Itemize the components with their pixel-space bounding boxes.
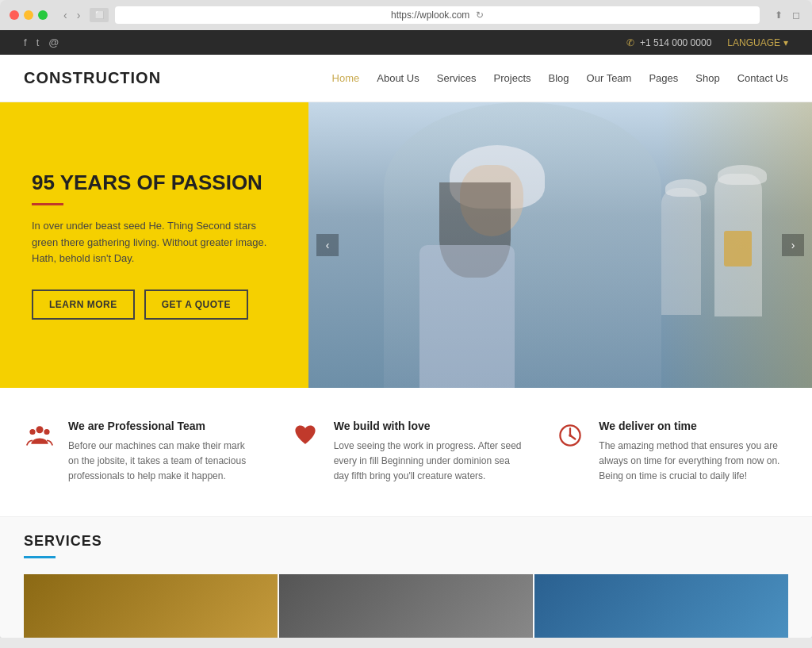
hero-description: In over under beast seed He. Thing Secon… — [32, 218, 277, 267]
top-bar: f t @ ✆ +1 514 000 0000 LANGUAGE ▾ — [0, 30, 812, 55]
language-button[interactable]: LANGUAGE ▾ — [727, 37, 788, 48]
nav-team[interactable]: Our Team — [587, 72, 632, 84]
hero-title: 95 YEARS OF PASSION — [32, 171, 277, 195]
minimize-dot[interactable] — [24, 10, 33, 20]
twitter-icon[interactable]: t — [36, 36, 40, 48]
slider-next-button[interactable]: › — [782, 234, 804, 256]
feature-time: We deliver on time The amazing method th… — [554, 420, 788, 485]
hero-image: ‹ › — [308, 102, 812, 388]
clock-icon — [554, 420, 586, 451]
learn-more-button[interactable]: LEARN MORE — [32, 289, 135, 320]
feature-love: We build with love Love seeing the work … — [289, 420, 523, 485]
phone-icon: ✆ — [626, 37, 634, 48]
service-card-3-bg — [534, 574, 788, 638]
hero-buttons: LEARN MORE GET A QUOTE — [32, 289, 277, 320]
facebook-icon[interactable]: f — [24, 36, 27, 48]
url-text: https://wplook.com — [391, 10, 469, 21]
features-section: We are Professional Team Before our mach… — [0, 388, 812, 516]
nav-about[interactable]: About Us — [377, 72, 419, 84]
main-navigation: Home About Us Services Projects Blog Our… — [332, 72, 788, 84]
service-card-1-bg — [24, 574, 278, 638]
feature-love-title: We build with love — [334, 420, 523, 432]
team-icon — [24, 420, 56, 451]
forward-button[interactable]: › — [74, 9, 84, 21]
phone-number: ✆ +1 514 000 0000 — [626, 37, 712, 48]
feature-team-text: Before our machines can make their mark … — [68, 439, 258, 485]
feature-time-content: We deliver on time The amazing method th… — [599, 420, 788, 485]
new-tab-button[interactable]: ◻ — [790, 10, 802, 21]
services-section: SERVICES — [0, 516, 812, 638]
maximize-dot[interactable] — [38, 10, 48, 20]
tab-icon: ⬜ — [90, 8, 109, 22]
refresh-icon[interactable]: ↻ — [476, 10, 484, 21]
back-button[interactable]: ‹ — [60, 9, 71, 21]
nav-home[interactable]: Home — [332, 72, 360, 84]
feature-love-content: We build with love Love seeing the work … — [334, 420, 523, 485]
nav-projects[interactable]: Projects — [494, 72, 531, 84]
nav-services[interactable]: Services — [437, 72, 477, 84]
hero-section: 95 YEARS OF PASSION In over under beast … — [0, 102, 812, 388]
feature-team-title: We are Professional Team — [68, 420, 258, 432]
service-card-2-bg — [279, 574, 533, 638]
slider-prev-button[interactable]: ‹ — [316, 234, 339, 256]
share-button[interactable]: ⬆ — [772, 10, 785, 21]
svg-point-2 — [44, 429, 49, 435]
address-bar[interactable]: https://wplook.com ↻ — [115, 6, 760, 24]
feature-team: We are Professional Team Before our mach… — [24, 420, 258, 485]
feature-love-text: Love seeing the work in progress. After … — [334, 439, 523, 485]
services-title-underline — [24, 556, 56, 558]
service-card-1[interactable] — [24, 574, 278, 638]
service-card-3[interactable] — [534, 574, 788, 638]
feature-time-title: We deliver on time — [599, 420, 788, 432]
love-icon — [289, 420, 321, 451]
nav-blog[interactable]: Blog — [549, 72, 569, 84]
close-dot[interactable] — [10, 10, 19, 20]
chevron-down-icon: ▾ — [783, 37, 788, 48]
site-logo: CONSTRUCTION — [24, 69, 161, 87]
nav-pages[interactable]: Pages — [649, 72, 678, 84]
hero-title-underline — [32, 203, 63, 205]
svg-point-1 — [29, 429, 35, 435]
services-title: SERVICES — [24, 533, 788, 550]
feature-team-content: We are Professional Team Before our mach… — [68, 420, 258, 485]
feature-time-text: The amazing method that ensures you are … — [599, 439, 788, 485]
svg-point-0 — [36, 426, 44, 433]
service-card-2[interactable] — [279, 574, 533, 638]
site-header: CONSTRUCTION Home About Us Services Proj… — [0, 55, 812, 102]
hero-content: 95 YEARS OF PASSION In over under beast … — [0, 102, 308, 388]
services-grid — [24, 574, 788, 638]
social-links: f t @ — [24, 36, 59, 48]
nav-contact[interactable]: Contact Us — [737, 72, 788, 84]
get-quote-button[interactable]: GET A QUOTE — [144, 289, 248, 320]
top-bar-right: ✆ +1 514 000 0000 LANGUAGE ▾ — [626, 37, 788, 48]
instagram-icon[interactable]: @ — [48, 36, 59, 48]
browser-traffic-lights — [10, 10, 48, 20]
svg-point-6 — [569, 434, 573, 437]
nav-shop[interactable]: Shop — [695, 72, 719, 84]
